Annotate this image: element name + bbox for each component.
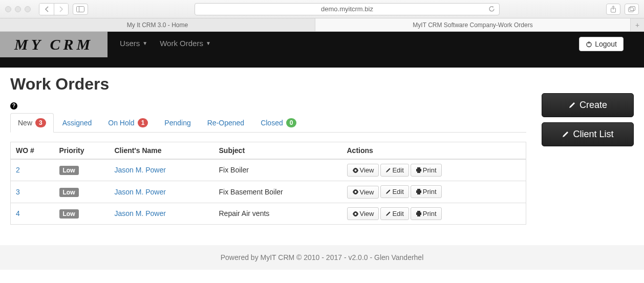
wo-link[interactable]: 4 xyxy=(16,209,20,217)
close-window-icon[interactable] xyxy=(5,6,11,12)
main-column: Work Orders ? New3AssignedOn Hold1Pendin… xyxy=(10,75,526,225)
svg-rect-4 xyxy=(630,6,635,10)
sidebar-toggle-button[interactable] xyxy=(73,4,88,15)
svg-point-15 xyxy=(354,213,356,215)
app-navbar: MY CRM Users ▼ Work Orders ▼ Logout xyxy=(0,32,644,68)
btn-label: View xyxy=(360,166,374,174)
view-button[interactable]: View xyxy=(347,207,379,220)
th-actions: Actions xyxy=(342,142,526,159)
maximize-window-icon[interactable] xyxy=(25,6,31,12)
wo-link[interactable]: 2 xyxy=(16,166,20,174)
svg-rect-18 xyxy=(417,214,420,216)
logout-label: Logout xyxy=(595,40,617,48)
client-list-button[interactable]: Client List xyxy=(542,122,634,146)
svg-rect-10 xyxy=(417,171,420,173)
svg-rect-0 xyxy=(77,6,84,12)
btn-label: View xyxy=(360,210,374,217)
tab-label: Assigned xyxy=(62,119,92,127)
page-title: Work Orders xyxy=(10,75,526,94)
help-icon[interactable]: ? xyxy=(10,102,17,110)
sidebar-actions: Create Client List xyxy=(542,75,634,225)
forward-button[interactable] xyxy=(54,4,68,15)
th-priority: Priority xyxy=(54,142,110,159)
tab-on-hold[interactable]: On Hold1 xyxy=(100,113,156,133)
btn-label: Edit xyxy=(392,188,403,195)
table-row: 4LowJason M. PowerRepair Air ventsViewEd… xyxy=(11,203,526,225)
badge: 3 xyxy=(35,118,46,127)
edit-button[interactable]: Edit xyxy=(380,164,409,177)
tab-label: Closed xyxy=(261,119,283,127)
reload-icon[interactable] xyxy=(488,6,495,12)
btn-label: Print xyxy=(423,188,437,195)
th-client: Client's Name xyxy=(110,142,214,159)
nav-work-orders[interactable]: Work Orders ▼ xyxy=(160,39,211,48)
logout-button[interactable]: Logout xyxy=(579,37,624,51)
eye-icon xyxy=(352,168,359,173)
subject-cell: Repair Air vents xyxy=(214,203,342,225)
nav-users[interactable]: Users ▼ xyxy=(120,39,147,48)
browser-tab-bar: My It CRM 3.0 - Home MyIT CRM Software C… xyxy=(0,18,644,32)
btn-label: Edit xyxy=(392,166,403,174)
tab-new[interactable]: New3 xyxy=(10,113,54,133)
th-wo: WO # xyxy=(11,142,54,159)
url-text: demo.myitcrm.biz xyxy=(321,5,373,13)
tab-label: Pending xyxy=(164,119,190,127)
subject-cell: Fix Boiler xyxy=(214,159,342,181)
tab-assigned[interactable]: Assigned xyxy=(55,113,100,133)
eye-icon xyxy=(352,189,359,194)
wo-link[interactable]: 3 xyxy=(16,188,20,196)
svg-rect-16 xyxy=(417,211,420,212)
svg-point-11 xyxy=(354,191,356,193)
chevron-down-icon: ▼ xyxy=(142,40,147,46)
tab-label: My It CRM 3.0 - Home xyxy=(127,21,188,29)
browser-tab-work-orders[interactable]: MyIT CRM Software Company-Work Orders xyxy=(315,18,631,31)
chevron-down-icon: ▼ xyxy=(206,40,211,46)
th-subject: Subject xyxy=(214,142,342,159)
print-button[interactable]: Print xyxy=(411,207,442,220)
nav-menu: Users ▼ Work Orders ▼ xyxy=(108,32,223,55)
view-button[interactable]: View xyxy=(347,186,379,199)
tab-pending[interactable]: Pending xyxy=(157,113,198,133)
svg-rect-3 xyxy=(629,8,634,12)
create-button[interactable]: Create xyxy=(542,93,634,117)
client-link[interactable]: Jason M. Power xyxy=(115,188,166,196)
app-logo[interactable]: MY CRM xyxy=(0,32,108,57)
btn-label: View xyxy=(360,188,374,196)
back-button[interactable] xyxy=(39,4,54,15)
subject-cell: Fix Basement Boiler xyxy=(214,181,342,203)
nav-buttons xyxy=(39,3,69,15)
browser-tab-home[interactable]: My It CRM 3.0 - Home xyxy=(0,18,315,31)
address-bar[interactable]: demo.myitcrm.biz xyxy=(195,3,500,15)
print-button[interactable]: Print xyxy=(411,164,442,177)
edit-button[interactable]: Edit xyxy=(380,185,409,198)
priority-badge: Low xyxy=(59,209,79,219)
footer: Powered by MyIT CRM © 2010 - 2017 - v2.0… xyxy=(0,245,644,270)
client-link[interactable]: Jason M. Power xyxy=(115,209,166,217)
right-toolbar xyxy=(606,4,639,15)
eye-icon xyxy=(352,211,359,216)
minimize-window-icon[interactable] xyxy=(15,6,21,12)
print-button[interactable]: Print xyxy=(411,185,442,198)
tab-label: Re-Opened xyxy=(207,119,244,127)
pencil-icon xyxy=(568,101,576,109)
view-button[interactable]: View xyxy=(347,164,379,177)
btn-label: Print xyxy=(423,210,437,217)
tabs-button[interactable] xyxy=(625,4,639,15)
client-link[interactable]: Jason M. Power xyxy=(115,166,166,174)
create-label: Create xyxy=(579,100,607,111)
edit-button[interactable]: Edit xyxy=(380,207,409,220)
new-tab-button[interactable]: + xyxy=(631,18,644,31)
svg-rect-8 xyxy=(417,167,420,169)
work-orders-table: WO # Priority Client's Name Subject Acti… xyxy=(10,142,526,225)
pencil-icon xyxy=(385,189,391,194)
tab-re-opened[interactable]: Re-Opened xyxy=(200,113,252,133)
share-button[interactable] xyxy=(606,4,620,15)
priority-badge: Low xyxy=(59,188,79,197)
nav-label: Users xyxy=(120,39,140,48)
priority-badge: Low xyxy=(59,166,79,175)
status-tabs: New3AssignedOn Hold1PendingRe-OpenedClos… xyxy=(10,113,526,133)
tab-closed[interactable]: Closed0 xyxy=(253,113,304,133)
table-row: 3LowJason M. PowerFix Basement BoilerVie… xyxy=(11,181,526,203)
pencil-icon xyxy=(385,211,391,216)
btn-label: Print xyxy=(423,166,437,174)
